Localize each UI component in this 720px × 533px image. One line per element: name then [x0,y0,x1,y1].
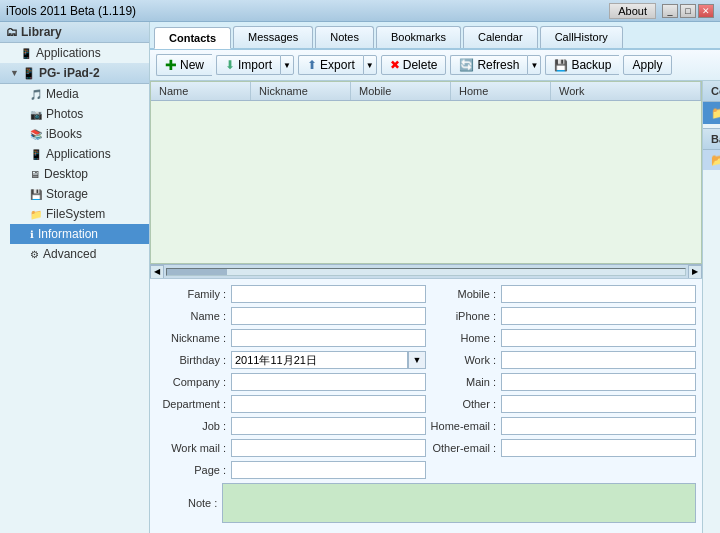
note-label: Note : [156,497,222,509]
workmail-input[interactable] [231,439,426,457]
work-input[interactable] [501,351,696,369]
export-button[interactable]: ⬆ Export [298,55,363,75]
contacts-all-item[interactable]: 📁 All(0) [703,102,720,124]
refresh-button[interactable]: 🔄 Refresh [450,55,527,75]
sidebar-item-filesystem[interactable]: 📁 FileSystem [10,204,149,224]
department-field-group: Department : [156,395,426,413]
tab-messages[interactable]: Messages [233,26,313,48]
col-work-header: Work [551,82,701,100]
main-input[interactable] [501,373,696,391]
birthday-field-group: Birthday : ▼ [156,351,426,369]
import-btn-group: ⬇ Import ▼ [216,55,294,75]
page-label: Page : [156,464,231,476]
department-label: Department : [156,398,231,410]
family-input[interactable] [231,285,426,303]
refresh-btn-group: 🔄 Refresh ▼ [450,55,541,75]
company-input[interactable] [231,373,426,391]
homeemail-input[interactable] [501,417,696,435]
table-header: Name Nickname Mobile Home Work [151,82,701,101]
iphone-input[interactable] [501,307,696,325]
main-label: Main : [426,376,501,388]
backup-button[interactable]: 💾 Backup [545,55,619,75]
sidebar-item-applications-top[interactable]: 📱 Applications [0,43,149,63]
apply-label: Apply [632,58,662,72]
scroll-thumb[interactable] [167,269,227,275]
family-label: Family : [156,288,231,300]
form-row-note: Note : [156,483,696,523]
company-field-group: Company : [156,373,426,391]
page-field-group: Page : [156,461,426,479]
tab-callhistory[interactable]: CallHistory [540,26,623,48]
other-input[interactable] [501,395,696,413]
sidebar-item-photos[interactable]: 📷 Photos [10,104,149,124]
sidebar-library-header[interactable]: 🗂 Library [0,22,149,43]
export-btn-group: ⬆ Export ▼ [298,55,377,75]
sidebar-item-storage[interactable]: 💾 Storage [10,184,149,204]
applications-icon: 📱 [20,48,32,59]
scroll-track[interactable] [166,268,686,276]
page-input[interactable] [231,461,426,479]
mobile-field-group: Mobile : [426,285,696,303]
backup-current-item[interactable]: 📂 Current [703,150,720,170]
sidebar-item-desktop[interactable]: 🖥 Desktop [10,164,149,184]
col-nickname-header: Nickname [251,82,351,100]
import-arrow[interactable]: ▼ [280,55,294,75]
sidebar-item-advanced[interactable]: ⚙ Advanced [10,244,149,264]
sidebar-ipad-group: 🎵 Media 📷 Photos 📚 iBooks 📱 Applications… [0,84,149,264]
tab-bookmarks[interactable]: Bookmarks [376,26,461,48]
refresh-arrow[interactable]: ▼ [527,55,541,75]
backup-date: 2011-11-02 10:21:03 [703,170,720,181]
work-field-group: Work : [426,351,696,369]
new-button[interactable]: ✚ New [156,54,212,76]
close-button[interactable]: ✕ [698,4,714,18]
horizontal-scrollbar[interactable]: ◀ ▶ [150,264,702,278]
date-picker-button[interactable]: ▼ [408,351,426,369]
scroll-left-btn[interactable]: ◀ [150,265,164,279]
mobile-input[interactable] [501,285,696,303]
sidebar-advanced-label: Advanced [43,247,96,261]
workmail-label: Work mail : [156,442,231,454]
sidebar-information-label: Information [38,227,98,241]
tab-notes[interactable]: Notes [315,26,374,48]
refresh-icon: 🔄 [459,58,474,72]
contacts-panel-header: Contacts [703,81,720,102]
backup-btn-group: 💾 Backup [545,55,619,75]
name-input[interactable] [231,307,426,325]
minimize-button[interactable]: _ [662,4,678,18]
note-textarea[interactable] [222,483,696,523]
refresh-label: Refresh [477,58,519,72]
new-btn-group: ✚ New [156,54,212,76]
import-button[interactable]: ⬇ Import [216,55,280,75]
job-input[interactable] [231,417,426,435]
sidebar-item-media[interactable]: 🎵 Media [10,84,149,104]
sidebar-item-label: Applications [36,46,101,60]
department-input[interactable] [231,395,426,413]
apply-button[interactable]: Apply [623,55,671,75]
sidebar: 🗂 Library 📱 Applications ▼ 📱 PG- iPad-2 … [0,22,150,533]
export-arrow[interactable]: ▼ [363,55,377,75]
nickname-input[interactable] [231,329,426,347]
tab-calendar[interactable]: Calendar [463,26,538,48]
sidebar-item-applications[interactable]: 📱 Applications [10,144,149,164]
ipad-label: PG- iPad-2 [39,66,100,80]
job-field-group: Job : [156,417,426,435]
scroll-right-btn[interactable]: ▶ [688,265,702,279]
import-label: Import [238,58,272,72]
sidebar-photos-label: Photos [46,107,83,121]
window-controls[interactable]: _ □ ✕ [662,4,714,18]
delete-button[interactable]: ✖ Delete [381,55,447,75]
homeemail-field-group: Home-email : [426,417,696,435]
sidebar-item-information[interactable]: ℹ Information [10,224,149,244]
form-row-9: Page : [156,461,696,479]
home-input[interactable] [501,329,696,347]
sidebar-item-ibooks[interactable]: 📚 iBooks [10,124,149,144]
birthday-input[interactable] [231,351,408,369]
otheremail-input[interactable] [501,439,696,457]
sidebar-ipad-header[interactable]: ▼ 📱 PG- iPad-2 [0,63,149,84]
about-button[interactable]: About [609,3,656,19]
tab-contacts[interactable]: Contacts [154,27,231,49]
iphone-label: iPhone : [426,310,501,322]
sidebar-ibooks-label: iBooks [46,127,82,141]
maximize-button[interactable]: □ [680,4,696,18]
col-name-header: Name [151,82,251,100]
